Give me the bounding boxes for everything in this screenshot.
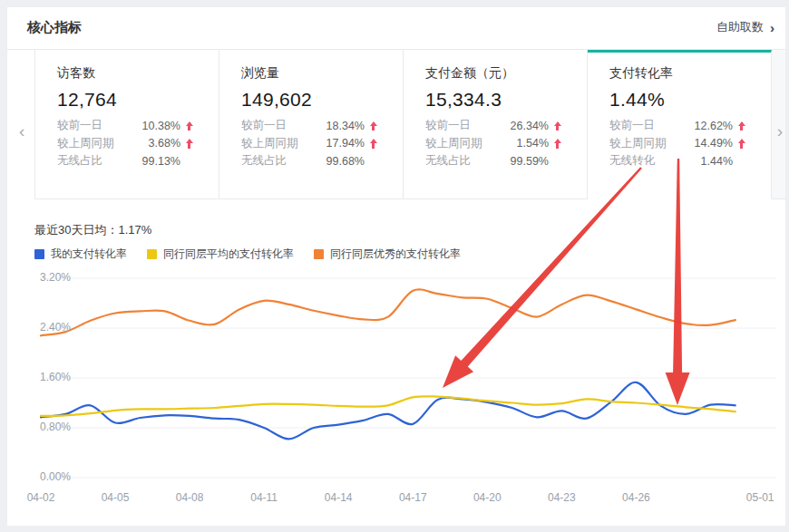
card-stat-row: 较上周同期3.68% [57, 135, 195, 153]
stat-value: 3.68% [149, 137, 180, 150]
card-value: 15,334.3 [425, 88, 563, 111]
stat-label: 无线转化 [609, 153, 655, 169]
card-stat-row: 较前一日12.62% [609, 117, 747, 135]
chart-legend: 我的支付转化率同行同层平均的支付转化率同行同层优秀的支付转化率 [34, 247, 461, 262]
x-axis-label: 05-01 [731, 491, 789, 504]
card-stat-row: 较上周同期1.54% [425, 135, 563, 153]
stat-value: 1.44% [701, 155, 733, 168]
trend-up-stem [188, 143, 190, 149]
stat-label: 较前一日 [425, 118, 471, 133]
metric-cards: 访客数12,764较前一日10.38%较上周同期3.68%无线占比99.13%浏… [34, 50, 772, 199]
card-value: 12,764 [57, 88, 195, 111]
x-axis-label: 04-14 [309, 491, 367, 504]
metric-card-tab[interactable]: 支付金额（元）15,334.3较前一日26.34%较上周同期1.54%无线占比9… [404, 50, 588, 199]
x-axis-label: 04-05 [86, 491, 144, 504]
card-stat-row: 无线占比99.13% [57, 152, 195, 170]
stat-label: 较前一日 [609, 118, 655, 133]
x-axis-label: 04-11 [235, 491, 293, 504]
card-stat-rows: 较前一日10.38%较上周同期3.68%无线占比99.13% [57, 117, 195, 170]
card-stat-rows: 较前一日12.62%较上周同期14.49%无线转化1.44% [609, 117, 747, 170]
card-title: 浏览量 [241, 65, 379, 82]
stat-value: 17.94% [326, 137, 365, 150]
metric-card-tab[interactable]: 访客数12,764较前一日10.38%较上周同期3.68%无线占比99.13% [34, 50, 219, 199]
y-axis-label: 2.40% [7, 321, 71, 334]
trend-up-icon [367, 139, 379, 149]
legend-item[interactable]: 同行同层优秀的支付转化率 [314, 247, 461, 262]
card-stat-row: 较前一日10.38% [57, 117, 195, 135]
stat-label: 较上周同期 [609, 136, 667, 151]
x-axis-label: 04-23 [532, 491, 590, 504]
y-axis-label: 1.60% [7, 371, 71, 383]
metric-cards-row: ‹ 访客数12,764较前一日10.38%较上周同期3.68%无线占比99.13… [7, 50, 785, 199]
stat-label: 无线占比 [241, 153, 287, 169]
stat-value: 12.62% [695, 120, 733, 132]
chart-average-title: 最近30天日均：1.17% [34, 222, 151, 238]
chart-section: 最近30天日均：1.17% 我的支付转化率同行同层平均的支付转化率同行同层优秀的… [7, 199, 785, 526]
stat-value: 18.34% [326, 120, 365, 132]
card-stat-row: 无线占比99.59% [425, 152, 563, 170]
card-value: 1.44% [609, 88, 747, 111]
card-stat-row: 较上周同期17.94% [241, 135, 379, 153]
stat-label: 无线占比 [425, 153, 471, 169]
series-line [41, 382, 735, 440]
card-stat-rows: 较前一日18.34%较上周同期17.94%无线占比99.68% [241, 117, 379, 170]
card-stat-row: 无线占比99.68% [241, 152, 379, 170]
legend-label: 同行同层优秀的支付转化率 [330, 247, 461, 262]
stat-label: 较前一日 [57, 118, 102, 133]
trend-up-stem [740, 143, 743, 149]
stat-value: 1.54% [517, 137, 549, 150]
series-line [41, 289, 735, 335]
core-metrics-panel: 核心指标 自助取数 › ‹ 访客数12,764较前一日10.38%较上周同期3.… [7, 7, 785, 526]
trend-up-icon [367, 121, 379, 131]
stat-label: 较上周同期 [425, 136, 482, 151]
trend-up-icon [551, 121, 563, 131]
trend-up-icon [551, 139, 563, 149]
legend-label: 同行同层平均的支付转化率 [163, 247, 294, 262]
stat-label: 较上周同期 [57, 136, 114, 151]
legend-swatch [34, 249, 44, 259]
header: 核心指标 自助取数 › [7, 7, 785, 50]
card-stat-row: 较前一日26.34% [425, 117, 563, 135]
x-axis-label: 04-26 [607, 491, 665, 504]
self-service-data-link[interactable]: 自助取数 › [716, 19, 774, 35]
carousel-prev-button[interactable]: ‹ [19, 122, 24, 140]
card-stat-row: 较前一日18.34% [241, 117, 379, 135]
carousel-next-button[interactable]: › [777, 122, 783, 140]
x-axis-label: 04-08 [161, 491, 219, 504]
page-title: 核心指标 [27, 19, 82, 36]
card-stat-row: 无线转化1.44% [609, 152, 747, 170]
trend-up-stem [188, 126, 190, 131]
legend-swatch [314, 249, 324, 259]
card-title: 支付转化率 [609, 65, 747, 82]
x-axis-label: 04-20 [458, 491, 516, 504]
legend-item[interactable]: 同行同层平均的支付转化率 [147, 247, 294, 262]
legend-swatch [147, 249, 157, 259]
x-axis-label: 04-17 [384, 491, 442, 504]
trend-up-stem [740, 126, 743, 131]
stat-value: 99.68% [326, 155, 365, 168]
card-title: 支付金额（元） [425, 65, 563, 82]
trend-up-stem [556, 143, 559, 149]
legend-item[interactable]: 我的支付转化率 [34, 247, 127, 262]
stat-label: 较前一日 [241, 118, 287, 133]
trend-up-stem [372, 143, 375, 149]
card-stat-row: 较上周同期14.49% [609, 135, 747, 153]
trend-up-stem [372, 126, 375, 131]
self-service-data-label: 自助取数 [716, 19, 764, 35]
stat-label: 无线占比 [57, 153, 102, 169]
card-value: 149,602 [241, 88, 379, 111]
y-axis-label: 0.80% [7, 421, 71, 433]
metric-card-tab[interactable]: 支付转化率1.44%较前一日12.62%较上周同期14.49%无线转化1.44% [588, 50, 772, 199]
page: 核心指标 自助取数 › ‹ 访客数12,764较前一日10.38%较上周同期3.… [0, 0, 789, 532]
stat-value: 26.34% [511, 120, 549, 132]
stat-label: 较上周同期 [241, 136, 298, 151]
legend-label: 我的支付转化率 [51, 247, 127, 262]
trend-up-icon [735, 121, 747, 131]
y-axis-label: 3.20% [7, 271, 71, 284]
stat-value: 99.59% [511, 155, 549, 168]
card-stat-rows: 较前一日26.34%较上周同期1.54%无线占比99.59% [425, 117, 563, 170]
trend-up-stem [556, 126, 559, 131]
y-axis-label: 0.00% [7, 470, 71, 483]
card-title: 访客数 [57, 65, 195, 82]
metric-card-tab[interactable]: 浏览量149,602较前一日18.34%较上周同期17.94%无线占比99.68… [219, 50, 404, 199]
